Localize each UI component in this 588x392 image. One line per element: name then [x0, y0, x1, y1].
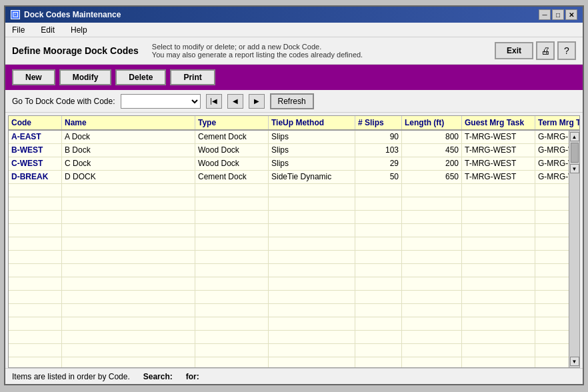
restore-button[interactable]: □	[552, 9, 564, 20]
empty-table-row	[9, 291, 569, 304]
status-bar: Items are listed in order by Code. Searc…	[5, 368, 583, 384]
scroll-thumb[interactable]	[571, 143, 579, 163]
table-header: Code Name Type TieUp Method # Slips Leng…	[9, 116, 579, 131]
new-button[interactable]: New	[12, 69, 55, 85]
empty-table-row	[9, 224, 569, 237]
cell-tieup: Slips	[269, 131, 355, 143]
modify-button[interactable]: Modify	[59, 69, 112, 85]
empty-table-row	[9, 331, 569, 344]
table-row[interactable]: C-WEST C Dock Wood Dock Slips 29 200 T-M…	[9, 157, 569, 171]
menu-help[interactable]: Help	[67, 24, 91, 36]
cell-length: 200	[402, 157, 462, 170]
header-title: Define Moorage Dock Codes	[12, 45, 139, 56]
header-actions: Exit 🖨 ?	[495, 41, 576, 60]
cell-slips: 50	[355, 171, 402, 183]
cell-slips: 103	[355, 144, 402, 157]
table-with-scroll: A-EAST A Dock Cement Dock Slips 90 800 T…	[9, 131, 579, 367]
goto-label: Go To Dock Code with Code:	[12, 97, 115, 106]
goto-input[interactable]	[121, 94, 201, 109]
empty-table-row	[9, 251, 569, 264]
col-header-term-mrg: Term Mrg Task	[535, 116, 580, 129]
empty-table-row	[9, 197, 569, 211]
cell-type: Cement Dock	[195, 171, 269, 183]
app-icon: 🞔	[11, 10, 20, 19]
cell-code: B-WEST	[9, 144, 62, 157]
scroll-down-arrow-mid[interactable]: ▼	[570, 164, 579, 173]
refresh-button[interactable]: Refresh	[270, 93, 314, 109]
status-order: Items are listed in order by Code.	[12, 372, 130, 381]
title-bar-controls: ─ □ ✕	[539, 9, 577, 20]
nav-next-button[interactable]: ▶	[249, 94, 265, 109]
for-label: for:	[186, 372, 199, 381]
cell-guest-mrg: T-MRG-WEST	[462, 131, 535, 143]
col-header-code: Code	[9, 116, 62, 129]
cell-guest-mrg: T-MRG-WEST	[462, 171, 535, 183]
header-left: Define Moorage Dock Codes	[12, 45, 139, 56]
cell-length: 650	[402, 171, 462, 183]
nav-prev-button[interactable]: ◀	[227, 94, 243, 109]
cell-name: C Dock	[62, 157, 195, 170]
status-search: Search:	[143, 372, 173, 381]
table-container: Code Name Type TieUp Method # Slips Leng…	[8, 115, 580, 368]
status-order-text: Items are listed in order by Code.	[12, 372, 130, 381]
exit-button[interactable]: Exit	[495, 42, 533, 59]
cell-term-mrg: G-MRG-EAST	[535, 131, 569, 143]
cell-name: D DOCK	[62, 171, 195, 183]
table-row[interactable]: A-EAST A Dock Cement Dock Slips 90 800 T…	[9, 131, 569, 144]
menu-file[interactable]: File	[8, 24, 29, 36]
search-label: Search:	[143, 372, 173, 381]
cell-slips: 29	[355, 157, 402, 170]
empty-table-row	[9, 304, 569, 317]
table-body: A-EAST A Dock Cement Dock Slips 90 800 T…	[9, 131, 569, 367]
scrollbar[interactable]: ▲ ▼ ▼	[569, 131, 579, 367]
empty-table-row	[9, 277, 569, 291]
window-title: Dock Codes Maintenance	[24, 10, 121, 19]
title-bar: 🞔 Dock Codes Maintenance ─ □ ✕	[5, 7, 583, 23]
help-icon-button[interactable]: ?	[557, 41, 576, 60]
minimize-button[interactable]: ─	[539, 9, 551, 20]
cell-tieup: Slips	[269, 157, 355, 170]
empty-table-row	[9, 317, 569, 331]
cell-type: Wood Dock	[195, 144, 269, 157]
toolbar: New Modify Delete Print	[5, 65, 583, 90]
cell-code: C-WEST	[9, 157, 62, 170]
cell-length: 450	[402, 144, 462, 157]
cell-name: B Dock	[62, 144, 195, 157]
cell-guest-mrg: T-MRG-WEST	[462, 144, 535, 157]
cell-code: A-EAST	[9, 131, 62, 143]
header-description: Select to modify or delete; or add a new…	[152, 43, 495, 59]
empty-table-row	[9, 184, 569, 197]
empty-table-row	[9, 357, 569, 367]
col-header-slips: # Slips	[355, 116, 402, 129]
print-icon-button[interactable]: 🖨	[536, 41, 555, 60]
cell-length: 800	[402, 131, 462, 143]
title-bar-left: 🞔 Dock Codes Maintenance	[11, 10, 121, 19]
header-desc-line2: You may also generate a report listing t…	[152, 51, 363, 59]
empty-table-row	[9, 264, 569, 277]
close-button[interactable]: ✕	[565, 9, 577, 20]
main-window: 🞔 Dock Codes Maintenance ─ □ ✕ File Edit…	[4, 5, 584, 385]
cell-term-mrg: G-MRG-WEST	[535, 157, 569, 170]
cell-term-mrg: G-MRG-WEST	[535, 144, 569, 157]
col-header-type: Type	[195, 116, 269, 129]
cell-type: Wood Dock	[195, 157, 269, 170]
cell-slips: 90	[355, 131, 402, 143]
scroll-up-arrow[interactable]: ▲	[570, 132, 579, 141]
table-row[interactable]: D-BREAK D DOCK Cement Dock SideTie Dynam…	[9, 171, 569, 184]
delete-button[interactable]: Delete	[115, 69, 166, 85]
table-row[interactable]: B-WEST B Dock Wood Dock Slips 103 450 T-…	[9, 144, 569, 157]
menu-bar: File Edit Help	[5, 23, 583, 37]
col-header-name: Name	[62, 116, 195, 129]
menu-edit[interactable]: Edit	[37, 24, 59, 36]
empty-table-row	[9, 211, 569, 224]
cell-type: Cement Dock	[195, 131, 269, 143]
cell-tieup: SideTie Dynamic	[269, 171, 355, 183]
cell-code: D-BREAK	[9, 171, 62, 183]
cell-term-mrg: G-MRG-WEST	[535, 171, 569, 183]
scroll-down-arrow[interactable]: ▼	[570, 357, 579, 366]
col-header-length: Length (ft)	[402, 116, 462, 129]
col-header-guest-mrg: Guest Mrg Task	[462, 116, 535, 129]
print-button[interactable]: Print	[170, 69, 215, 85]
nav-first-button[interactable]: |◀	[206, 94, 222, 109]
goto-bar: Go To Dock Code with Code: |◀ ◀ ▶ Refres…	[5, 90, 583, 113]
